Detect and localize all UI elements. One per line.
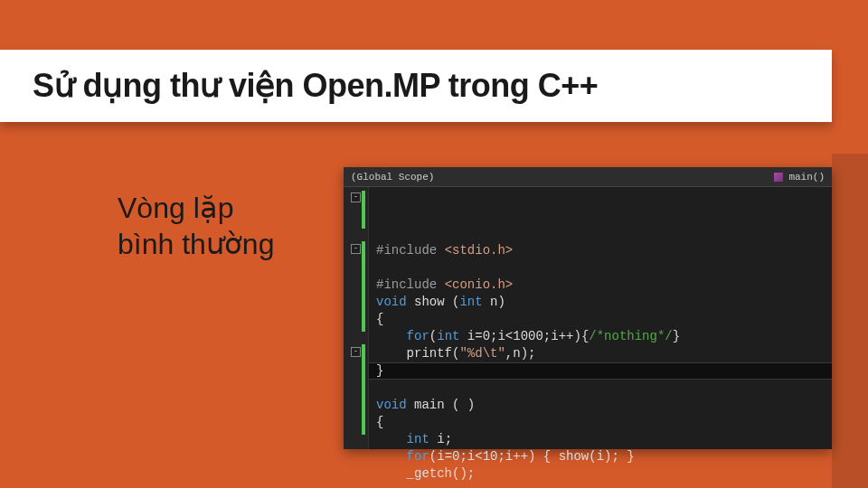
code-token: int [459, 295, 482, 309]
change-marker [362, 344, 365, 435]
scope-left: (Global Scope) [351, 172, 434, 183]
code-token: main ( ) [407, 398, 476, 412]
change-marker [362, 241, 365, 332]
subtitle-line-2: bình thường [118, 228, 274, 260]
code-token: { [376, 415, 383, 429]
code-editor: (Global Scope) main() - - - #include <st… [344, 167, 832, 449]
code-token: ,n); [505, 346, 536, 361]
subtitle: Vòng lặp bình thường [118, 190, 274, 262]
right-accent-strip [832, 154, 868, 488]
gutter: - - - [344, 187, 369, 449]
change-marker [362, 191, 365, 229]
code-token: "%d\t" [459, 346, 505, 361]
code-token: <stdio.h> [445, 243, 514, 258]
subtitle-line-1: Vòng lặp [118, 192, 234, 224]
code-area: - - - #include <stdio.h> #include <conio… [344, 187, 832, 449]
scope-right: main() [788, 172, 825, 183]
code-token: /*nothing*/ [589, 329, 672, 343]
code-token: n) [483, 295, 505, 309]
code-token: printf( [407, 346, 460, 361]
title-bar: Sử dụng thư viện Open.MP trong C++ [0, 50, 832, 122]
editor-scope-bar: (Global Scope) main() [344, 167, 832, 187]
code-token: for [407, 329, 429, 343]
code-token: <conio.h> [445, 277, 514, 292]
scope-right-group: main() [774, 172, 825, 183]
slide-title: Sử dụng thư viện Open.MP trong C++ [33, 67, 598, 105]
fold-toggle-icon[interactable]: - [351, 192, 361, 202]
code-token: void [376, 295, 407, 309]
fold-toggle-icon[interactable]: - [351, 347, 361, 357]
code-token: #include [376, 243, 445, 258]
code-token: int [437, 329, 459, 343]
function-icon [774, 173, 783, 182]
code-token: { [376, 312, 383, 326]
code-token: #include [376, 277, 445, 292]
code-token: (i=0;i<10;i++) { show(i); } [429, 449, 635, 464]
code-token: for [407, 449, 429, 464]
code-token: i=0;i<1000;i++){ [459, 329, 589, 343]
code-token: } [376, 363, 383, 378]
code-lines: #include <stdio.h> #include <conio.h> vo… [376, 242, 832, 483]
code-token: ( [429, 329, 437, 343]
code-content: #include <stdio.h> #include <conio.h> vo… [369, 187, 832, 449]
code-token: int [407, 432, 429, 446]
code-token: _getch(); [407, 466, 476, 481]
code-token: show ( [407, 295, 460, 309]
code-token: void [376, 398, 407, 412]
code-token: i; [429, 432, 452, 446]
fold-toggle-icon[interactable]: - [351, 244, 361, 254]
code-token: } [673, 329, 680, 343]
